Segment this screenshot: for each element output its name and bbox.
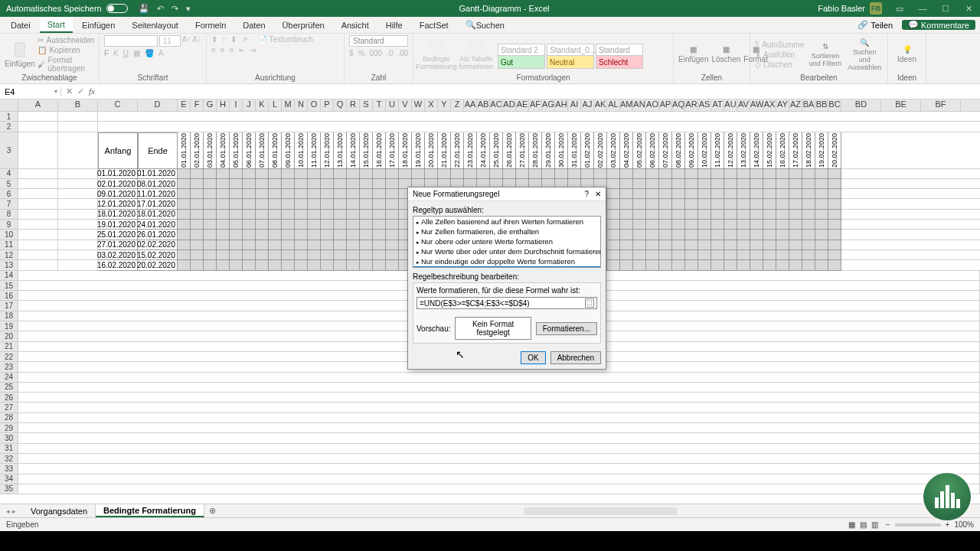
timeline-cell[interactable] bbox=[178, 189, 191, 199]
col-header[interactable]: AZ bbox=[789, 99, 802, 111]
cell-anfang[interactable]: 27.01.2020 bbox=[98, 240, 138, 250]
timeline-cell[interactable] bbox=[607, 230, 620, 240]
timeline-cell[interactable] bbox=[620, 220, 633, 230]
timeline-cell[interactable] bbox=[178, 260, 191, 270]
timeline-cell[interactable] bbox=[386, 230, 399, 240]
date-header-cell[interactable]: 18.02.2020 bbox=[802, 132, 815, 169]
date-header-cell[interactable]: 23.01.2020 bbox=[464, 132, 477, 169]
cancel-formula-icon[interactable]: ✕ bbox=[66, 86, 73, 96]
timeline-cell[interactable] bbox=[178, 250, 191, 260]
timeline-cell[interactable] bbox=[620, 260, 633, 270]
timeline-cell[interactable] bbox=[308, 179, 321, 189]
timeline-cell[interactable] bbox=[659, 260, 672, 270]
row-header[interactable]: 9 bbox=[0, 220, 18, 230]
row-header[interactable]: 19 bbox=[0, 321, 18, 331]
timeline-cell[interactable] bbox=[633, 210, 646, 220]
align-middle-icon[interactable]: ↕ bbox=[222, 35, 226, 44]
timeline-cell[interactable] bbox=[269, 189, 282, 199]
timeline-cell[interactable] bbox=[620, 250, 633, 260]
timeline-cell[interactable] bbox=[685, 250, 698, 260]
timeline-cell[interactable] bbox=[256, 230, 269, 240]
cell-anfang[interactable]: 12.01.2020 bbox=[98, 199, 138, 209]
timeline-cell[interactable] bbox=[308, 250, 321, 260]
timeline-cell[interactable] bbox=[191, 210, 204, 220]
timeline-cell[interactable] bbox=[789, 179, 802, 189]
timeline-cell[interactable] bbox=[217, 220, 230, 230]
timeline-cell[interactable] bbox=[802, 210, 815, 220]
timeline-cell[interactable] bbox=[321, 220, 334, 230]
date-header-cell[interactable]: 30.01.2020 bbox=[555, 132, 568, 169]
timeline-cell[interactable] bbox=[230, 240, 243, 250]
timeline-cell[interactable] bbox=[815, 220, 828, 230]
timeline-cell[interactable] bbox=[594, 169, 607, 179]
timeline-cell[interactable] bbox=[295, 240, 308, 250]
timeline-cell[interactable] bbox=[217, 189, 230, 199]
col-header[interactable]: AI bbox=[568, 99, 581, 111]
timeline-cell[interactable] bbox=[672, 189, 685, 199]
timeline-cell[interactable] bbox=[438, 169, 451, 179]
timeline-cell[interactable] bbox=[750, 250, 763, 260]
format-painter-button[interactable]: 🖌 Format übertragen bbox=[38, 56, 94, 73]
timeline-cell[interactable] bbox=[295, 230, 308, 240]
cell-ende[interactable]: 24.01.2020 bbox=[138, 220, 178, 230]
font-size-select[interactable]: 11 bbox=[159, 35, 181, 47]
timeline-cell[interactable] bbox=[711, 230, 724, 240]
timeline-cell[interactable] bbox=[230, 199, 243, 209]
timeline-cell[interactable] bbox=[334, 169, 347, 179]
timeline-cell[interactable] bbox=[243, 230, 256, 240]
col-header[interactable]: AE bbox=[516, 99, 529, 111]
timeline-cell[interactable] bbox=[802, 179, 815, 189]
timeline-cell[interactable] bbox=[204, 199, 217, 209]
timeline-cell[interactable] bbox=[217, 230, 230, 240]
col-header[interactable]: AG bbox=[542, 99, 555, 111]
timeline-cell[interactable] bbox=[269, 230, 282, 240]
timeline-cell[interactable] bbox=[737, 169, 750, 179]
col-header[interactable]: X bbox=[425, 99, 438, 111]
timeline-cell[interactable] bbox=[321, 250, 334, 260]
increase-font-icon[interactable]: A↑ bbox=[182, 35, 191, 47]
timeline-cell[interactable] bbox=[724, 240, 737, 250]
fill-color-icon[interactable]: 🪣 bbox=[145, 49, 154, 57]
timeline-cell[interactable] bbox=[217, 179, 230, 189]
timeline-cell[interactable] bbox=[334, 179, 347, 189]
qat-more-icon[interactable]: ▾ bbox=[186, 4, 191, 14]
date-header-cell[interactable]: 08.02.2020 bbox=[672, 132, 685, 169]
date-header-cell[interactable]: 06.02.2020 bbox=[646, 132, 659, 169]
col-header[interactable]: U bbox=[386, 99, 399, 111]
header-ende[interactable]: Ende bbox=[138, 132, 178, 169]
timeline-cell[interactable] bbox=[646, 210, 659, 220]
cell-ende[interactable]: 20.02.2020 bbox=[138, 260, 178, 270]
date-header-cell[interactable]: 17.02.2020 bbox=[789, 132, 802, 169]
timeline-cell[interactable] bbox=[386, 210, 399, 220]
align-bottom-icon[interactable]: ⬇ bbox=[230, 35, 237, 44]
col-header[interactable]: BA bbox=[802, 99, 815, 111]
timeline-cell[interactable] bbox=[230, 220, 243, 230]
timeline-cell[interactable] bbox=[230, 189, 243, 199]
col-header[interactable]: AN bbox=[633, 99, 646, 111]
cut-button[interactable]: ✂ Ausschneiden bbox=[38, 36, 94, 44]
timeline-cell[interactable] bbox=[360, 220, 373, 230]
timeline-cell[interactable] bbox=[698, 240, 711, 250]
view-page-layout-icon[interactable]: ▤ bbox=[860, 520, 867, 529]
date-header-cell[interactable]: 16.02.2020 bbox=[776, 132, 789, 169]
decrease-font-icon[interactable]: A↓ bbox=[192, 35, 201, 47]
cell-anfang[interactable]: 18.01.2020 bbox=[98, 210, 138, 220]
cell-anfang[interactable]: 16.02.2020 bbox=[98, 260, 138, 270]
inc-decimal-icon[interactable]: .0 bbox=[387, 49, 393, 57]
row-header[interactable]: 7 bbox=[0, 199, 18, 209]
col-header[interactable]: M bbox=[282, 99, 295, 111]
timeline-cell[interactable] bbox=[724, 220, 737, 230]
style-gut[interactable]: Gut bbox=[498, 55, 545, 69]
save-icon[interactable]: 💾 bbox=[139, 4, 149, 14]
timeline-cell[interactable] bbox=[191, 199, 204, 209]
date-header-cell[interactable]: 08.01.2020 bbox=[269, 132, 282, 169]
date-header-cell[interactable]: 24.01.2020 bbox=[477, 132, 490, 169]
timeline-cell[interactable] bbox=[256, 220, 269, 230]
row-header[interactable]: 24 bbox=[0, 373, 18, 383]
timeline-cell[interactable] bbox=[737, 210, 750, 220]
timeline-cell[interactable] bbox=[191, 169, 204, 179]
timeline-cell[interactable] bbox=[737, 179, 750, 189]
timeline-cell[interactable] bbox=[269, 199, 282, 209]
timeline-cell[interactable] bbox=[711, 179, 724, 189]
timeline-cell[interactable] bbox=[659, 210, 672, 220]
